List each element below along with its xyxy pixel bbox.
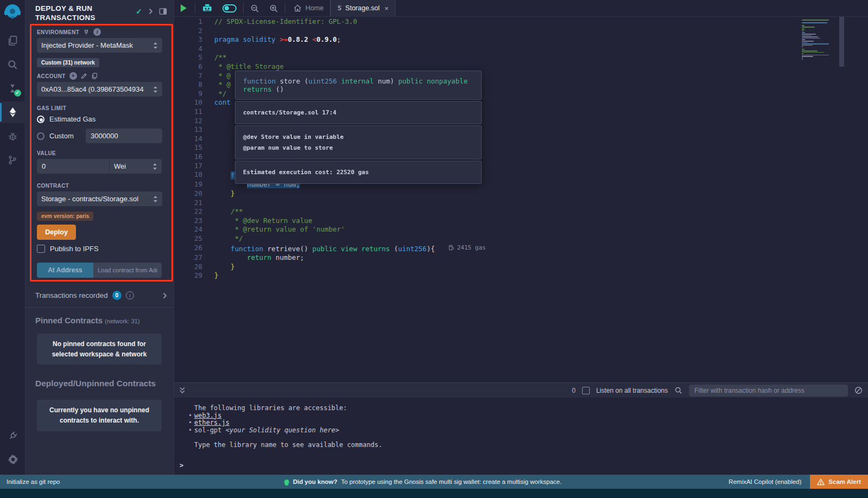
search-icon[interactable] (0, 54, 25, 75)
line-number[interactable]: 15 (174, 143, 202, 152)
clear-console-icon[interactable] (854, 386, 863, 394)
code-line[interactable]: 29} (174, 271, 868, 280)
line-number[interactable]: 28 (174, 263, 202, 272)
add-account-icon[interactable]: + (69, 72, 77, 80)
line-number[interactable]: 1 (174, 17, 202, 27)
terminal-prompt[interactable]: > (180, 462, 183, 469)
debugger-icon[interactable] (0, 125, 25, 147)
code-line[interactable]: 21 (174, 199, 868, 208)
ai-copilot-icon[interactable] (197, 0, 218, 16)
code-line[interactable]: 27 return number; (174, 253, 868, 263)
contract-select[interactable]: Storage - contracts/Storage.sol (37, 191, 162, 206)
environment-select[interactable]: Injected Provider - MetaMask (37, 38, 162, 53)
code-line[interactable]: 2 (174, 27, 868, 36)
line-number[interactable]: 23 (174, 216, 202, 226)
line-number[interactable]: 18 (174, 170, 202, 180)
plug-icon[interactable] (83, 29, 90, 35)
line-number[interactable]: 19 (174, 180, 202, 189)
code-line[interactable]: 3pragma solidity >=0.8.2 <0.9.0; (174, 35, 868, 44)
zoom-in-icon[interactable] (264, 0, 283, 16)
code-line[interactable]: 1// SPDX-License-Identifier: GPL-3.0 (174, 17, 868, 27)
line-number[interactable]: 9 (174, 90, 202, 99)
line-number[interactable]: 26 (174, 244, 202, 253)
transactions-info-icon[interactable]: i (126, 291, 134, 299)
code-line[interactable]: 26 function retrieve() public view retur… (174, 244, 868, 253)
at-address-button[interactable]: At Address (37, 263, 93, 278)
line-number[interactable]: 12 (174, 117, 202, 126)
code-line[interactable]: 22 /** (174, 207, 868, 216)
git-icon[interactable] (0, 149, 25, 171)
line-number[interactable]: 2 (174, 27, 202, 36)
scam-alert-button[interactable]: Scam Alert (810, 475, 868, 489)
deploy-button[interactable]: Deploy (37, 225, 76, 240)
line-number[interactable]: 10 (174, 98, 202, 107)
line-number[interactable]: 3 (174, 35, 202, 44)
minimap-line (802, 43, 829, 44)
copilot-toggle[interactable] (218, 0, 241, 16)
library-link[interactable]: web3.js (194, 412, 222, 420)
expand-transactions-icon[interactable] (162, 292, 167, 299)
library-link[interactable]: sol-gpt <your Solidity question here> (194, 427, 339, 435)
chevron-right-icon[interactable] (148, 8, 153, 15)
git-init-button[interactable]: Initialize as git repo (7, 478, 60, 485)
copy-account-icon[interactable] (91, 73, 98, 79)
line-number[interactable]: 16 (174, 152, 202, 162)
line-number[interactable]: 14 (174, 135, 202, 144)
code-line[interactable]: 5/** (174, 53, 868, 62)
deploy-and-run-icon[interactable] (0, 101, 25, 123)
code-line[interactable]: 23 * @dev Return value (174, 216, 868, 226)
transaction-filter-input[interactable] (689, 385, 848, 397)
account-select[interactable]: 0xA03...85ac4 (0.398673504934 (37, 82, 162, 97)
terminal-output[interactable]: The following libraries are accessible:•… (174, 398, 868, 475)
estimated-gas-radio[interactable] (37, 116, 44, 123)
value-unit-select[interactable]: Wei (109, 159, 162, 174)
line-number[interactable]: 22 (174, 207, 202, 216)
library-link[interactable]: ethers.js (194, 419, 229, 427)
terminal-search-icon[interactable] (674, 386, 682, 394)
line-number[interactable]: 7 (174, 72, 202, 81)
at-address-input[interactable] (93, 263, 162, 278)
line-number[interactable]: 27 (174, 253, 202, 263)
line-number[interactable]: 21 (174, 199, 202, 208)
line-number[interactable]: 13 (174, 125, 202, 135)
line-number[interactable]: 29 (174, 271, 202, 280)
line-number[interactable]: 25 (174, 234, 202, 244)
code-line[interactable]: 25 */ (174, 234, 868, 244)
settings-gear-icon[interactable] (0, 449, 25, 470)
run-script-button[interactable] (174, 0, 193, 16)
code-line[interactable]: 24 * @return value of 'number' (174, 225, 868, 234)
file-explorer-icon[interactable] (0, 30, 25, 52)
code-line[interactable]: 20 } (174, 189, 868, 199)
code-line[interactable]: 28 } (174, 263, 868, 272)
custom-gas-radio[interactable] (37, 132, 44, 140)
custom-gas-input[interactable] (86, 129, 162, 143)
edit-account-icon[interactable] (81, 73, 87, 79)
listen-all-checkbox[interactable] (582, 387, 590, 394)
remix-logo[interactable] (3, 3, 22, 22)
expand-terminal-icon[interactable] (179, 387, 186, 394)
line-number[interactable]: 8 (174, 80, 202, 90)
line-number[interactable]: 6 (174, 62, 202, 72)
minimap[interactable] (802, 20, 831, 60)
line-number[interactable]: 20 (174, 189, 202, 199)
line-number[interactable]: 17 (174, 162, 202, 171)
editor-scrollbar[interactable] (839, 17, 844, 67)
value-input[interactable] (37, 159, 109, 174)
environment-info-icon[interactable]: i (93, 28, 101, 36)
tab-storage-sol[interactable]: S Storage.sol × (330, 0, 395, 16)
line-number[interactable]: 24 (174, 225, 202, 234)
solidity-compiler-icon[interactable]: ✓ (0, 78, 25, 99)
tab-home[interactable]: Home (287, 0, 330, 16)
line-number[interactable]: 4 (174, 44, 202, 54)
close-tab-icon[interactable]: × (385, 4, 389, 12)
publish-ipfs-checkbox[interactable] (37, 245, 45, 253)
code-line[interactable]: 4 (174, 44, 868, 54)
copilot-status[interactable]: RemixAI Copilot (enabled) (729, 478, 801, 485)
line-number[interactable]: 5 (174, 53, 202, 62)
plugin-manager-icon[interactable] (0, 425, 25, 446)
code-editor[interactable]: 1// SPDX-License-Identifier: GPL-3.023pr… (174, 17, 868, 382)
line-number[interactable]: 11 (174, 107, 202, 117)
zoom-out-icon[interactable] (245, 0, 264, 16)
minimap-line (802, 20, 829, 21)
pin-panel-icon[interactable] (159, 8, 167, 15)
